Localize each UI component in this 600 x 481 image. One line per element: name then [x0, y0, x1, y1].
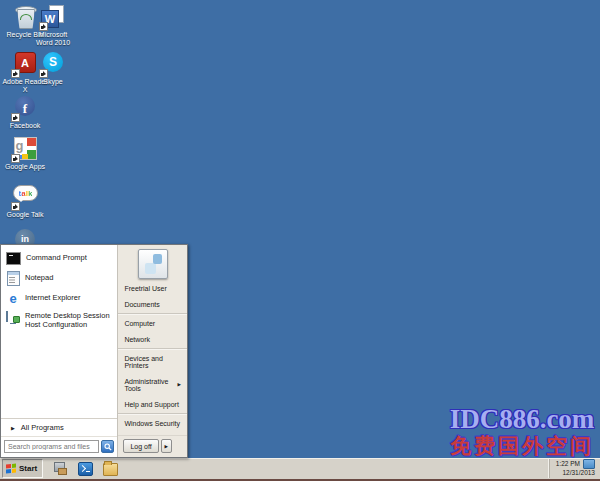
desktop-icon-label: Google Talk	[2, 211, 48, 219]
menu-item-help-support[interactable]: Help and Support	[118, 396, 187, 412]
watermark: IDC886.com 免费国外空间	[446, 406, 598, 457]
start-menu: Command Prompt Notepad e Internet Explor…	[0, 244, 188, 458]
quick-launch	[53, 462, 118, 476]
search-input[interactable]	[4, 440, 99, 453]
windows-explorer-button[interactable]	[103, 462, 118, 476]
internet-explorer-icon: e	[6, 291, 20, 305]
google-apps-icon: g	[13, 137, 37, 161]
shortcut-arrow-icon	[39, 69, 48, 78]
watermark-line1: IDC886.com	[446, 406, 598, 434]
folder-icon	[103, 463, 118, 476]
menu-item-internet-explorer[interactable]: e Internet Explorer	[1, 288, 117, 308]
start-button[interactable]: Start	[2, 459, 43, 478]
desktop-icon-facebook[interactable]: f Facebook	[2, 95, 48, 130]
taskbar-clock[interactable]: 1:22 PM 12/31/2013	[556, 459, 595, 477]
menu-separator	[118, 313, 187, 314]
desktop-icon-label: Microsoft Word 2010	[30, 31, 76, 48]
log-off-button[interactable]: Log off	[123, 439, 158, 453]
google-talk-icon: talk	[13, 185, 37, 209]
user-name[interactable]: Freetrial User	[118, 282, 187, 296]
network-icon[interactable]	[583, 459, 595, 469]
submenu-arrow-icon: ▶	[178, 382, 181, 387]
notepad-icon	[6, 271, 20, 285]
menu-item-command-prompt[interactable]: Command Prompt	[1, 248, 117, 268]
desktop-icon-google-talk[interactable]: talk Google Talk	[2, 183, 48, 219]
magnifier-icon	[104, 443, 112, 451]
shortcut-arrow-icon	[39, 22, 48, 31]
shutdown-options-button[interactable]: ▶	[161, 439, 172, 453]
menu-item-windows-security[interactable]: Windows Security	[118, 415, 187, 431]
remote-desktop-config-icon	[6, 311, 20, 325]
desktop-icon-label: Facebook	[2, 122, 48, 130]
menu-item-documents[interactable]: Documents	[118, 296, 187, 312]
all-programs-item[interactable]: ▶ All Programs	[1, 419, 117, 436]
menu-item-network[interactable]: Network	[118, 331, 187, 347]
powershell-button[interactable]	[78, 462, 93, 476]
facebook-icon: f	[13, 96, 37, 120]
user-avatar[interactable]	[138, 249, 168, 279]
windows-logo-icon	[6, 463, 16, 473]
desktop-icon-word[interactable]: W Microsoft Word 2010	[30, 5, 76, 48]
desktop-icon-google-apps[interactable]: g Google Apps	[2, 137, 48, 171]
shortcut-arrow-icon	[11, 69, 20, 78]
start-menu-left-column: Command Prompt Notepad e Internet Explor…	[1, 245, 117, 457]
shortcut-arrow-icon	[11, 154, 20, 163]
logoff-row: Log off ▶	[118, 435, 187, 457]
desktop-icon-skype[interactable]: S Skype	[30, 51, 76, 86]
system-tray: 1:22 PM 12/31/2013	[549, 459, 598, 478]
start-menu-right-column: Freetrial User Documents Computer Networ…	[117, 245, 187, 457]
skype-icon: S	[41, 52, 65, 76]
menu-separator	[118, 413, 187, 414]
menu-separator	[118, 348, 187, 349]
word-icon: W	[41, 5, 65, 29]
clock-date: 12/31/2013	[562, 469, 595, 477]
menu-item-devices-printers[interactable]: Devices and Printers	[118, 350, 187, 373]
logoff-arrow-icon: ▶	[164, 444, 167, 449]
search-go-button[interactable]	[101, 440, 114, 453]
taskbar: Start 1:22 PM 12/31/2013	[0, 458, 600, 481]
clock-time: 1:22 PM	[556, 460, 580, 468]
menu-item-administrative-tools[interactable]: Administrative Tools ▶	[118, 373, 187, 396]
desktop-icon-label: Google Apps	[2, 163, 48, 171]
powershell-icon	[78, 462, 93, 476]
watermark-line2: 免费国外空间	[446, 436, 598, 457]
search-row	[1, 436, 117, 457]
menu-item-computer[interactable]: Computer	[118, 315, 187, 331]
desktop-icon-label: Skype	[30, 78, 76, 86]
command-prompt-icon	[6, 251, 21, 265]
all-programs-arrow-icon: ▶	[11, 425, 15, 431]
menu-item-notepad[interactable]: Notepad	[1, 268, 117, 288]
shortcut-arrow-icon	[11, 113, 20, 122]
shortcut-arrow-icon	[11, 202, 20, 211]
desktop[interactable]: Recycle Bin W Microsoft Word 2010 A Adob…	[0, 0, 600, 481]
server-manager-button[interactable]	[53, 462, 68, 476]
menu-item-rd-session-host-config[interactable]: Remote Desktop Session Host Configuratio…	[1, 308, 117, 333]
server-manager-icon	[54, 462, 67, 475]
